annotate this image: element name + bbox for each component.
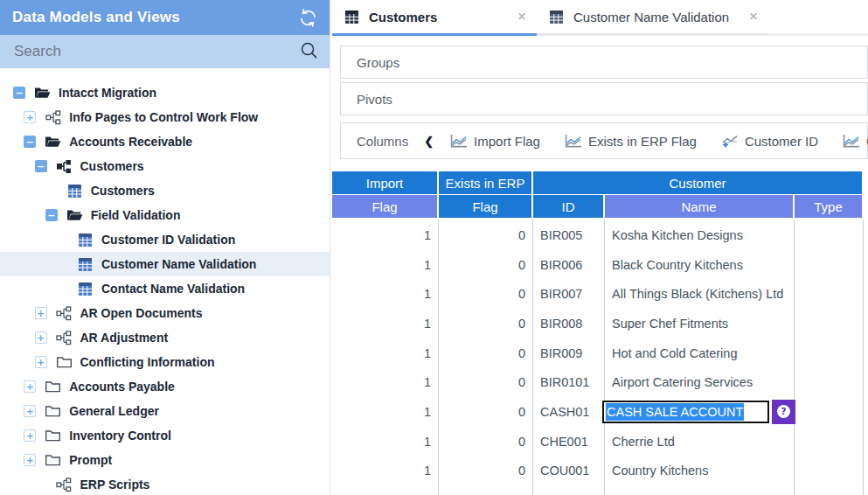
expand-icon[interactable]: + xyxy=(35,307,47,319)
cell-import-flag[interactable]: 1 xyxy=(332,457,439,486)
column-chip-exists-in-erp-flag[interactable]: Exists in ERP Flag xyxy=(564,134,697,149)
collapse-icon[interactable]: − xyxy=(24,136,36,148)
column-chip-customer-id[interactable]: Customer ID xyxy=(720,134,818,149)
cell-exists-flag[interactable]: 0 xyxy=(439,457,533,486)
tree-item-field-validation[interactable]: − Field Validation xyxy=(0,203,330,227)
tab-close-icon[interactable]: ✕ xyxy=(500,10,526,23)
cell-exists-flag[interactable]: 0 xyxy=(439,427,533,457)
pivots-dropzone[interactable]: Pivots xyxy=(340,82,868,115)
expand-icon[interactable]: + xyxy=(24,429,36,442)
groups-dropzone[interactable]: Groups xyxy=(340,45,868,79)
cell-edit-input[interactable]: CASH SALE ACCOUNT xyxy=(602,401,769,423)
collapse-icon[interactable]: − xyxy=(13,87,25,99)
chevron-left-icon[interactable]: ❮ xyxy=(424,135,434,148)
tab-customers[interactable]: Customers✕ xyxy=(332,0,537,36)
cell-customer-name[interactable]: Cherrie Ltd xyxy=(605,427,795,457)
cell-exists-flag[interactable]: 0 xyxy=(439,279,533,309)
tab-customer-name-validation[interactable]: Customer Name Validation✕ xyxy=(537,0,768,36)
tree-item-customer-name-validation[interactable]: Customer Name Validation xyxy=(0,252,330,276)
tree-item-label: Info Pages to Control Work Flow xyxy=(69,110,258,124)
expand-icon[interactable]: + xyxy=(24,111,36,123)
cell-customer-type[interactable] xyxy=(795,427,864,457)
cell-exists-flag[interactable]: 0 xyxy=(439,338,533,368)
tree-item-inventory-control[interactable]: + Inventory Control xyxy=(0,423,330,448)
tree-item-accounts-payable[interactable]: + Accounts Payable xyxy=(0,374,330,399)
cell-import-flag[interactable]: 1 xyxy=(332,279,439,309)
tree-item-ar-open-documents[interactable]: + AR Open Documents xyxy=(0,301,330,325)
search-bar[interactable] xyxy=(0,35,330,68)
tree-item-erp-scripts[interactable]: ERP Scripts xyxy=(0,472,330,495)
tree-item-info-pages-to-control-work-flow[interactable]: + Info Pages to Control Work Flow xyxy=(0,105,330,129)
cell-customer-type[interactable] xyxy=(795,309,864,338)
cell-import-flag[interactable]: 1 xyxy=(332,427,439,457)
collapse-icon[interactable]: − xyxy=(35,160,47,172)
cell-customer-id[interactable]: COU001 xyxy=(533,457,605,486)
cell-customer-type[interactable] xyxy=(795,397,864,427)
cell-customer-name[interactable]: Kosha Kitchen Designs xyxy=(605,220,795,250)
cell-import-flag[interactable]: 1 xyxy=(332,367,439,397)
search-icon[interactable] xyxy=(299,40,319,64)
cell-import-flag[interactable]: 1 xyxy=(332,397,439,427)
header-customer-name[interactable]: Name xyxy=(605,195,795,218)
cell-customer-type[interactable] xyxy=(795,220,864,250)
cell-customer-id[interactable]: CASH01 xyxy=(533,397,605,427)
header-customer-type[interactable]: Type xyxy=(795,195,864,218)
tree-item-customer-id-validation[interactable]: Customer ID Validation xyxy=(0,227,330,252)
cell-customer-type[interactable] xyxy=(795,457,864,486)
search-input[interactable] xyxy=(12,42,299,61)
cell-import-flag[interactable]: 1 xyxy=(332,338,439,368)
tree-item-customers[interactable]: − Customers xyxy=(0,154,330,178)
tree-item-intacct-migration[interactable]: − Intacct Migration xyxy=(0,80,330,105)
cell-import-flag[interactable]: 1 xyxy=(332,250,439,280)
collapse-icon[interactable]: − xyxy=(45,209,58,221)
help-badge[interactable]: ? xyxy=(772,400,795,424)
cell-exists-flag[interactable]: 0 xyxy=(439,250,533,280)
expand-icon[interactable]: + xyxy=(35,356,47,368)
cell-customer-name[interactable]: CASH SALE ACCOUNT ? xyxy=(605,397,795,427)
header-customer-group[interactable]: Customer xyxy=(533,171,864,194)
cell-customer-name[interactable]: All Things Black (Kitchens) Ltd xyxy=(605,279,795,309)
tree-item-accounts-receivable[interactable]: − Accounts Receivable xyxy=(0,129,330,154)
cell-customer-name[interactable]: Country Kitchens xyxy=(605,457,795,486)
cell-customer-type[interactable] xyxy=(795,250,864,280)
header-import-group[interactable]: Import xyxy=(332,171,439,194)
expand-icon[interactable]: + xyxy=(24,454,36,466)
cell-customer-id[interactable]: BIR006 xyxy=(533,250,605,280)
cell-exists-flag[interactable]: 0 xyxy=(439,220,533,250)
tree-item-general-ledger[interactable]: + General Ledger xyxy=(0,399,330,423)
cell-customer-id[interactable]: BIR0101 xyxy=(533,367,605,397)
cell-import-flag[interactable]: 1 xyxy=(332,309,439,338)
cell-customer-name[interactable]: Super Chef Fitments xyxy=(605,309,795,338)
cell-customer-type[interactable] xyxy=(795,279,864,309)
header-exists-group[interactable]: Exists in ERP xyxy=(439,171,533,194)
refresh-icon[interactable] xyxy=(296,6,319,29)
tree-item-contact-name-validation[interactable]: Contact Name Validation xyxy=(0,276,330,301)
expand-icon[interactable]: + xyxy=(24,405,36,417)
cell-exists-flag[interactable]: 0 xyxy=(439,309,533,338)
tree-item-customers[interactable]: Customers xyxy=(0,178,330,203)
cell-customer-type[interactable] xyxy=(795,338,864,368)
column-chip-customer-name[interactable]: Customer Name xyxy=(842,134,868,149)
cell-customer-name[interactable]: Black Country Kitchens xyxy=(605,250,795,280)
expand-icon[interactable]: + xyxy=(24,380,36,393)
cell-customer-id[interactable]: BIR008 xyxy=(533,309,605,338)
tree-item-ar-adjustment[interactable]: + AR Adjustment xyxy=(0,325,330,350)
cell-import-flag[interactable]: 1 xyxy=(332,220,439,250)
header-import-flag[interactable]: Flag xyxy=(332,195,439,218)
cell-customer-id[interactable]: BIR007 xyxy=(533,279,605,309)
cell-customer-id[interactable]: BIR009 xyxy=(533,338,605,368)
tree-item-prompt[interactable]: + Prompt xyxy=(0,448,330,472)
cell-customer-id[interactable]: BIR005 xyxy=(533,220,605,250)
tab-close-icon[interactable]: ✕ xyxy=(732,10,758,23)
tree-item-conflicting-information[interactable]: + Conflicting Information xyxy=(0,350,330,374)
header-exists-flag[interactable]: Flag xyxy=(439,195,533,218)
cell-customer-name[interactable]: Airport Catering Services xyxy=(605,367,795,397)
cell-customer-name[interactable]: Hot and Cold Catering xyxy=(605,338,795,368)
expand-icon[interactable]: + xyxy=(35,331,47,344)
cell-exists-flag[interactable]: 0 xyxy=(439,397,533,427)
cell-customer-type[interactable] xyxy=(795,367,864,397)
header-customer-id[interactable]: ID xyxy=(533,195,605,218)
column-chip-import-flag[interactable]: Import Flag xyxy=(449,134,540,149)
cell-exists-flag[interactable]: 0 xyxy=(439,367,533,397)
cell-customer-id[interactable]: CHE001 xyxy=(533,427,605,457)
